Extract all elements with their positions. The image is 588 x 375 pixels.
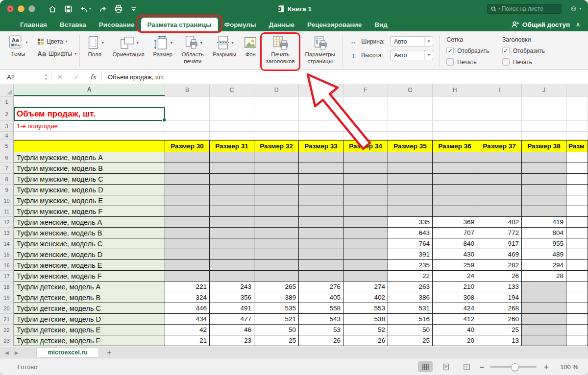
checked-checkbox[interactable]: ✓	[502, 47, 510, 54]
next-sheet-icon[interactable]: ▶	[15, 350, 19, 355]
cell[interactable]: 558	[299, 303, 343, 314]
size-header-row-label-cell[interactable]	[14, 140, 165, 152]
cell[interactable]	[210, 271, 254, 281]
cell[interactable]	[299, 238, 343, 249]
tab-draw[interactable]: Рисование	[93, 18, 141, 31]
cell[interactable]	[299, 228, 343, 238]
cell[interactable]	[165, 238, 210, 249]
cell[interactable]	[299, 260, 343, 271]
cell[interactable]	[254, 195, 299, 206]
cell[interactable]: 356	[210, 292, 254, 303]
cell[interactable]: 412	[433, 314, 477, 325]
row-label-cell[interactable]: Туфли детские, модель A	[14, 281, 165, 292]
cell[interactable]	[343, 107, 388, 121]
cell[interactable]: 25	[254, 335, 299, 346]
cell[interactable]	[343, 260, 388, 271]
cell[interactable]	[210, 121, 254, 132]
cell[interactable]	[566, 152, 588, 163]
cell[interactable]	[210, 163, 254, 174]
cell[interactable]: 469	[477, 249, 522, 260]
row-label-cell[interactable]: Туфли мужские, модель A	[14, 152, 165, 163]
cell[interactable]: 21	[165, 335, 210, 346]
cell[interactable]: 40	[433, 325, 477, 335]
cell[interactable]	[566, 303, 588, 314]
cell[interactable]	[433, 96, 477, 107]
cell[interactable]	[299, 121, 343, 132]
cell[interactable]	[210, 238, 254, 249]
cell[interactable]	[433, 174, 477, 185]
cell[interactable]: 434	[165, 314, 210, 325]
cell[interactable]	[299, 107, 343, 121]
gridlines-option-1[interactable]: ✓Отобразить	[446, 47, 489, 54]
cell[interactable]	[14, 96, 165, 107]
cell[interactable]	[566, 132, 588, 140]
cell[interactable]: 424	[433, 303, 477, 314]
cell[interactable]	[433, 185, 477, 195]
cell[interactable]	[522, 314, 566, 325]
cell[interactable]	[433, 195, 477, 206]
row-header-17[interactable]: 17	[0, 271, 14, 281]
cell[interactable]: 13	[477, 335, 522, 346]
margins-button[interactable]: ▾Поля	[83, 33, 106, 69]
row-label-cell[interactable]: Туфли мужские, модель C	[14, 174, 165, 185]
cell[interactable]: 26	[477, 271, 522, 281]
cell[interactable]	[165, 152, 210, 163]
cell[interactable]: 430	[433, 249, 477, 260]
previous-sheet-icon[interactable]: ◀	[5, 350, 9, 355]
row-header-7[interactable]: 7	[0, 163, 14, 174]
cell[interactable]	[165, 96, 210, 107]
zoom-out-icon[interactable]: −	[480, 363, 484, 371]
cell[interactable]: 391	[388, 249, 433, 260]
cell[interactable]	[210, 96, 254, 107]
cell[interactable]	[254, 107, 299, 121]
search-scope-dropdown-icon[interactable]: ▾	[498, 7, 500, 11]
column-header-E[interactable]: E	[299, 84, 343, 96]
cell[interactable]: 50	[388, 325, 433, 335]
row-label-cell[interactable]: Туфли женские, модель D	[14, 249, 165, 260]
cell[interactable]	[388, 152, 433, 163]
tab-view[interactable]: Вид	[368, 18, 394, 31]
cell[interactable]	[254, 96, 299, 107]
row-header-16[interactable]: 16	[0, 260, 14, 271]
cell[interactable]: 955	[522, 238, 566, 249]
cell[interactable]	[566, 314, 588, 325]
cell[interactable]: 324	[165, 292, 210, 303]
cell[interactable]	[522, 152, 566, 163]
tab-insert[interactable]: Вставка	[53, 18, 93, 31]
cell[interactable]: 194	[477, 292, 522, 303]
print-icon[interactable]	[114, 5, 123, 13]
cell[interactable]: 243	[210, 281, 254, 292]
search-input[interactable]: ▾ Поиск на листе	[487, 4, 562, 14]
size-header-cell[interactable]: Размер 30	[165, 140, 210, 152]
row-header-10[interactable]: 10	[0, 195, 14, 206]
cell[interactable]	[343, 238, 388, 249]
cell[interactable]: 917	[477, 238, 522, 249]
cell[interactable]	[477, 163, 522, 174]
cell[interactable]: 840	[433, 238, 477, 249]
cell[interactable]	[343, 185, 388, 195]
cell[interactable]	[566, 249, 588, 260]
name-box[interactable]: A2 ▲▼	[0, 70, 51, 84]
row-label-cell[interactable]: Туфли женские, модель C	[14, 238, 165, 249]
row-header-15[interactable]: 15	[0, 249, 14, 260]
zoom-in-icon[interactable]: ＋	[542, 362, 550, 372]
cell[interactable]: 259	[433, 260, 477, 271]
undo-dropdown-icon[interactable]: ▾	[89, 7, 91, 11]
unchecked-checkbox[interactable]: ✓	[446, 58, 454, 66]
checked-checkbox[interactable]: ✓	[446, 47, 454, 54]
cell[interactable]	[343, 271, 388, 281]
size-button[interactable]: ▾Размер	[150, 33, 175, 69]
cell[interactable]: 446	[165, 303, 210, 314]
cell[interactable]	[522, 96, 566, 107]
cell[interactable]: 477	[210, 314, 254, 325]
cell[interactable]	[299, 249, 343, 260]
add-sheet-icon[interactable]: ＋	[105, 348, 113, 358]
row-header-20[interactable]: 20	[0, 303, 14, 314]
cell[interactable]	[522, 335, 566, 346]
row-header-18[interactable]: 18	[0, 281, 14, 292]
cell[interactable]	[388, 132, 433, 140]
cell[interactable]	[299, 195, 343, 206]
customize-toolbar-icon[interactable]	[130, 5, 137, 13]
cell[interactable]: 764	[388, 238, 433, 249]
row-label-cell[interactable]: Туфли детские, модель F	[14, 335, 165, 346]
